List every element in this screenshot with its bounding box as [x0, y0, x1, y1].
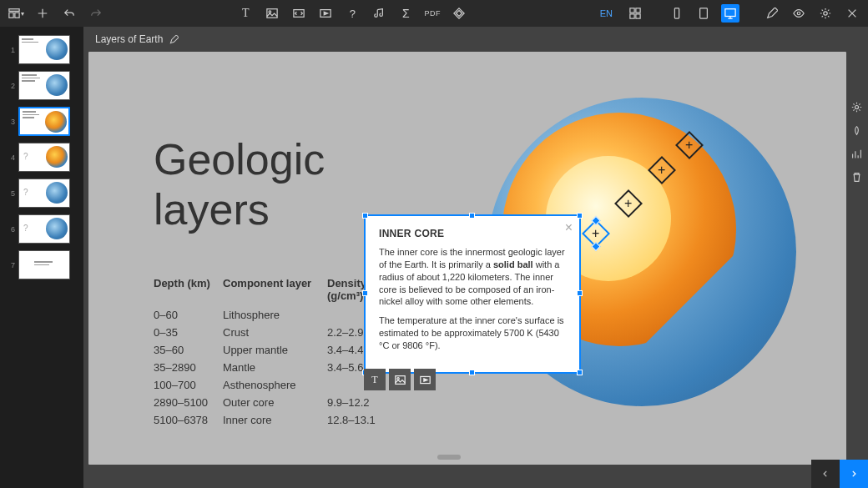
- table-row: 0–60Lithosphere: [154, 309, 390, 321]
- info-popup[interactable]: × INNER CORE The inner core is the inner…: [364, 214, 581, 374]
- grid-view-button[interactable]: [626, 4, 644, 23]
- theme-icon[interactable]: [848, 122, 865, 138]
- svg-point-15: [824, 12, 827, 15]
- resize-handle[interactable]: [469, 370, 475, 375]
- thumb-number: 5: [5, 189, 15, 198]
- resize-handle[interactable]: [362, 213, 368, 219]
- insert-text-button[interactable]: T: [236, 4, 255, 23]
- resize-handle[interactable]: [577, 290, 583, 296]
- col-layer-header: Component layer: [223, 277, 327, 302]
- svg-rect-2: [14, 13, 18, 18]
- preview-button[interactable]: [790, 4, 808, 23]
- redo-button[interactable]: [87, 4, 105, 23]
- language-indicator[interactable]: EN: [600, 8, 613, 18]
- thumbnail-5[interactable]: ?: [18, 179, 70, 208]
- popup-paragraph: The temperature at the inner core's surf…: [379, 314, 566, 352]
- layout-menu[interactable]: ▾: [7, 4, 25, 23]
- thumb-number: 6: [5, 225, 15, 234]
- table-row: 35–60Upper mantle3.4–4.4: [154, 344, 390, 356]
- insert-image-button[interactable]: [263, 4, 281, 23]
- thumbnail-panel: 1 2 3 4? 5? 6? 7: [0, 27, 83, 488]
- svg-rect-16: [395, 375, 404, 384]
- slide-title[interactable]: Geologiclayers: [154, 135, 325, 235]
- svg-rect-0: [8, 9, 18, 12]
- thumbnail-2[interactable]: [18, 71, 70, 100]
- edit-mode-button[interactable]: [763, 4, 781, 23]
- resize-handle[interactable]: [362, 290, 368, 296]
- thumb-number: 4: [5, 153, 15, 162]
- layers-table: Depth (km) Component layer Density (g/cm…: [154, 277, 390, 431]
- thumbnail-6[interactable]: ?: [18, 214, 70, 244]
- undo-button[interactable]: [60, 4, 78, 23]
- slide-nav: [811, 460, 868, 488]
- resize-handle[interactable]: [469, 213, 475, 219]
- table-row: 35–2890Mantle3.4–5.6: [154, 361, 390, 374]
- editor-area: Layers of Earth Geologiclayers Depth (km…: [83, 27, 868, 488]
- insert-shape-button[interactable]: [450, 4, 468, 23]
- resize-handle[interactable]: [577, 370, 583, 375]
- popup-close-icon[interactable]: ×: [565, 221, 573, 234]
- table-row: 5100–6378Inner core12.8–13.1: [154, 414, 390, 426]
- rename-icon[interactable]: [169, 35, 179, 44]
- popup-toolbar: T: [364, 369, 436, 390]
- table-row: 100–700Asthenosphere: [154, 379, 390, 391]
- insert-video-button[interactable]: [316, 4, 335, 23]
- insert-pdf-button[interactable]: PDF: [423, 4, 442, 23]
- thumb-number: 3: [5, 118, 15, 126]
- svg-rect-10: [636, 14, 640, 18]
- document-title-bar: Layers of Earth: [83, 27, 868, 52]
- top-toolbar: ▾ T ? Σ PDF EN: [0, 0, 868, 27]
- thumbnail-7[interactable]: [18, 250, 70, 279]
- device-tablet-button[interactable]: [694, 4, 713, 23]
- popup-title: INNER CORE: [379, 228, 566, 239]
- stats-icon[interactable]: [848, 145, 865, 162]
- canvas-side-tools: [848, 98, 865, 185]
- next-slide-button[interactable]: [840, 460, 868, 488]
- insert-formula-button[interactable]: Σ: [396, 4, 415, 23]
- thumb-number: 2: [5, 82, 15, 90]
- popup-video-button[interactable]: [414, 369, 436, 390]
- svg-rect-12: [700, 8, 708, 18]
- svg-rect-7: [630, 8, 634, 13]
- slide-canvas[interactable]: Geologiclayers Depth (km) Component laye…: [88, 52, 846, 465]
- insert-audio-button[interactable]: [370, 4, 388, 23]
- thumb-number: 7: [5, 261, 15, 269]
- settings-button[interactable]: [816, 4, 835, 23]
- device-desktop-button[interactable]: [721, 4, 739, 23]
- app-root: ▾ T ? Σ PDF EN: [0, 0, 868, 488]
- svg-rect-1: [8, 13, 13, 18]
- svg-rect-9: [630, 14, 634, 18]
- svg-point-14: [797, 12, 800, 15]
- thumbnail-1[interactable]: [18, 35, 70, 64]
- insert-embed-button[interactable]: [290, 4, 308, 23]
- close-button[interactable]: [843, 4, 861, 23]
- thumbnail-4[interactable]: ?: [18, 143, 70, 172]
- delete-icon[interactable]: [848, 169, 865, 185]
- prev-slide-button[interactable]: [811, 460, 840, 488]
- insert-question-button[interactable]: ?: [343, 4, 361, 23]
- add-slide-button[interactable]: [33, 4, 52, 23]
- resize-handle[interactable]: [577, 213, 583, 219]
- table-row: 2890–5100Outer core9.9–12.2: [154, 396, 390, 409]
- svg-rect-3: [267, 9, 277, 18]
- table-row: 0–35Crust2.2–2.9: [154, 326, 390, 339]
- svg-rect-13: [725, 9, 735, 17]
- svg-rect-11: [674, 8, 679, 18]
- device-phone-button[interactable]: [668, 4, 686, 23]
- thumb-number: 1: [5, 46, 15, 54]
- document-title[interactable]: Layers of Earth: [95, 33, 163, 45]
- popup-text-button[interactable]: T: [364, 369, 386, 390]
- popup-image-button[interactable]: [389, 369, 411, 390]
- popup-paragraph: The inner core is the innermost geologic…: [379, 246, 566, 308]
- slide-scrubber[interactable]: [437, 455, 461, 460]
- main-body: 1 2 3 4? 5? 6? 7 Layers of Earth Geologi…: [0, 27, 868, 488]
- svg-point-19: [855, 105, 858, 108]
- svg-rect-8: [636, 8, 640, 13]
- slide-settings-icon[interactable]: [848, 98, 865, 115]
- thumbnail-3[interactable]: [18, 107, 70, 136]
- col-depth-header: Depth (km): [154, 277, 223, 302]
